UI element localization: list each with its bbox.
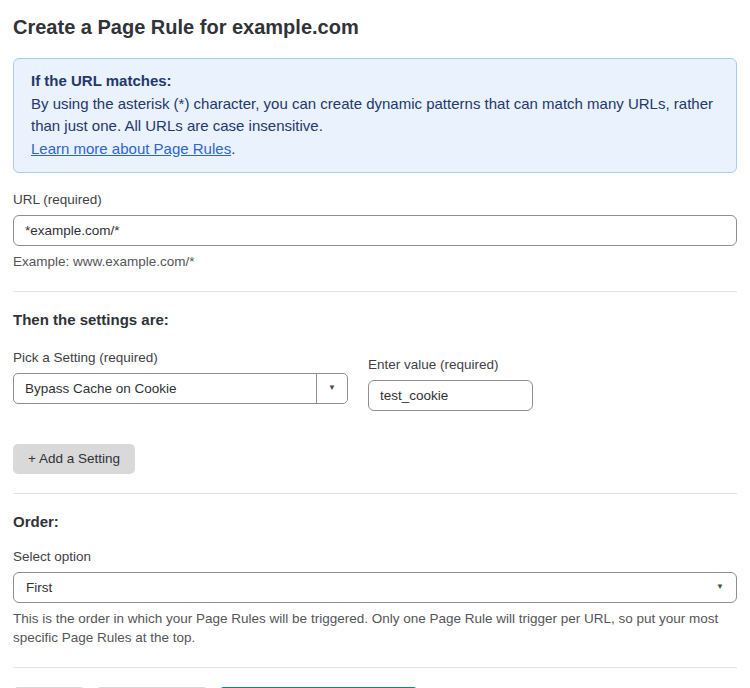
info-box-body: By using the asterisk (*) character, you…: [31, 93, 719, 138]
create-page-rule-panel: Create a Page Rule for example.com If th…: [0, 0, 750, 688]
setting-select[interactable]: Bypass Cache on Cookie ▼: [13, 373, 348, 404]
order-select[interactable]: First ▼: [13, 572, 737, 603]
divider: [13, 291, 737, 292]
divider: [13, 667, 737, 668]
url-field-helper: Example: www.example.com/*: [13, 252, 737, 272]
url-matches-info-box: If the URL matches: By using the asteris…: [13, 58, 737, 173]
setting-select-column: Pick a Setting (required) Bypass Cache o…: [13, 350, 348, 404]
order-select-value: First: [26, 580, 716, 595]
value-field-label: Enter value (required): [368, 357, 533, 372]
setting-select-arrow-button[interactable]: ▼: [316, 374, 347, 403]
learn-more-link[interactable]: Learn more about Page Rules: [31, 140, 231, 157]
chevron-down-icon: ▼: [716, 583, 724, 591]
page-title: Create a Page Rule for example.com: [13, 15, 737, 39]
setting-value-column: Enter value (required): [368, 350, 533, 411]
order-helper-text: This is the order in which your Page Rul…: [13, 609, 737, 648]
setting-select-label: Pick a Setting (required): [13, 350, 348, 365]
chevron-down-icon: ▼: [328, 384, 336, 392]
url-field-label: URL (required): [13, 192, 737, 207]
add-setting-button[interactable]: + Add a Setting: [13, 444, 135, 474]
divider: [13, 493, 737, 494]
setting-select-value: Bypass Cache on Cookie: [14, 374, 316, 403]
info-box-link-line: Learn more about Page Rules.: [31, 138, 719, 161]
link-suffix: .: [231, 140, 235, 157]
setting-value-input[interactable]: [368, 380, 533, 411]
order-select-label: Select option: [13, 549, 737, 564]
url-input[interactable]: [13, 215, 737, 246]
settings-section-heading: Then the settings are:: [13, 311, 737, 328]
info-box-heading: If the URL matches:: [31, 70, 719, 93]
setting-row: Pick a Setting (required) Bypass Cache o…: [13, 350, 737, 411]
order-section-heading: Order:: [13, 513, 737, 530]
